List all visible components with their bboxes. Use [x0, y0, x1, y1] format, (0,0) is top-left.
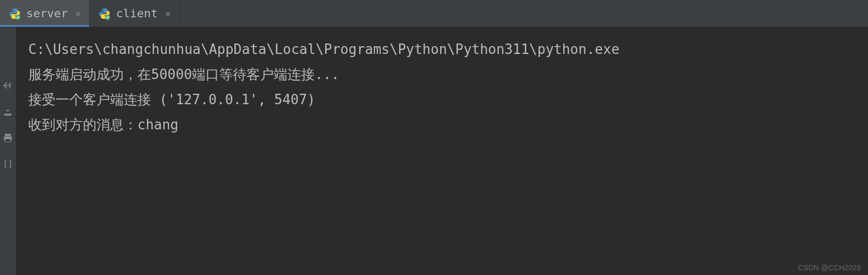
console-line: 服务端启动成功，在50000端口等待客户端连接... [28, 62, 855, 87]
bracket-icon[interactable] [2, 158, 14, 170]
main-area: C:\Users\changchunhua\AppData\Local\Prog… [0, 27, 868, 275]
tab-label: server [26, 7, 68, 20]
download-icon[interactable] [2, 106, 14, 117]
console-line: 接受一个客户端连接 ('127.0.0.1', 5407) [28, 87, 855, 112]
python-icon [8, 7, 21, 20]
console-line: 收到对方的消息：chang [28, 112, 855, 137]
tab-client[interactable]: client ✕ [90, 0, 179, 27]
svg-rect-4 [5, 139, 10, 142]
console-line: C:\Users\changchunhua\AppData\Local\Prog… [28, 37, 855, 62]
python-icon [98, 7, 111, 20]
return-icon[interactable] [2, 80, 14, 91]
print-icon[interactable] [2, 132, 14, 144]
console-output[interactable]: C:\Users\changchunhua\AppData\Local\Prog… [16, 27, 868, 275]
tab-server[interactable]: server ✕ [0, 0, 90, 27]
gutter [0, 27, 16, 275]
tab-label: client [116, 7, 157, 20]
tab-bar: server ✕ client ✕ [0, 0, 868, 27]
close-icon[interactable]: ✕ [75, 9, 81, 18]
close-icon[interactable]: ✕ [165, 9, 171, 18]
svg-rect-2 [5, 134, 11, 136]
watermark: CSDN @CCH2023 [798, 263, 861, 272]
